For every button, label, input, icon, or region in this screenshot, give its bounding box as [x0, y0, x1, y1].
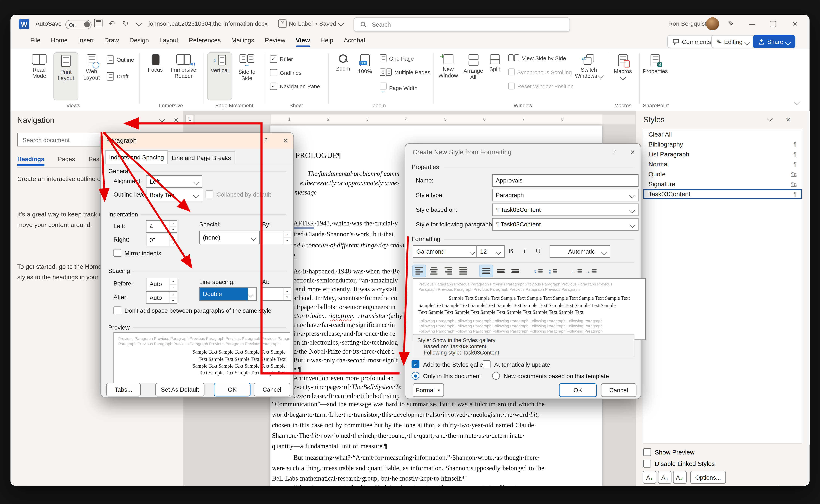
style-item-task03content[interactable]: Task03Content¶ [643, 189, 802, 199]
navigation-pane-chevron-icon[interactable] [159, 116, 165, 122]
special-dropdown[interactable]: (none) [199, 231, 260, 244]
tab-indents-and-spacing[interactable]: Indents and Spacing [105, 150, 168, 164]
document-line[interactable]: ired·Claude·Shannon's·work,·but·that [293, 231, 393, 239]
navigation-pane-close-icon[interactable]: ✕ [174, 117, 179, 124]
document-line[interactable]: But·measuring·what?·“A·unit·for·measurin… [293, 454, 540, 462]
font-color-dropdown[interactable]: Automatic [550, 245, 610, 258]
paragraph-ok-button[interactable]: OK [214, 383, 250, 396]
focus-button[interactable]: Focus [143, 52, 167, 73]
vertical-button[interactable]: ↕Vertical [207, 52, 232, 101]
style-item-quote[interactable]: Quote¶a [643, 169, 802, 179]
dialog-help-icon[interactable]: ? [612, 149, 616, 155]
web-layout-button[interactable]: Web Layout [80, 52, 104, 81]
tabs-button[interactable]: Tabs... [106, 383, 141, 396]
one-point-five-spacing-button[interactable] [494, 265, 507, 277]
draft-button[interactable]: Draft [107, 72, 128, 81]
navigation-pane-checkbox[interactable]: ✓Navigation Pane [270, 83, 320, 90]
spacing-before-spinner[interactable]: Auto▲▼ [146, 278, 177, 290]
split-button[interactable]: Split [485, 52, 504, 72]
indent-right-spinner[interactable]: 0"▲▼ [146, 234, 177, 246]
style-item-bibliography[interactable]: Bibliography¶ [643, 139, 802, 149]
style-based-on-dropdown[interactable]: ¶Task03Content [492, 204, 639, 216]
document-line[interactable]: Bell·Labs·mathematical·research·group,·b… [272, 475, 466, 483]
print-layout-button[interactable]: Print Layout [53, 52, 78, 101]
document-line[interactable]: Shannon.·The·bit·now·joined·the·inch,·th… [272, 432, 525, 440]
minimize-button[interactable]: — [745, 18, 759, 30]
close-button[interactable]: ✕ [788, 18, 802, 30]
tab-stop-selector[interactable]: L [185, 115, 194, 123]
style-cancel-button[interactable]: Cancel [601, 383, 637, 397]
align-center-button[interactable] [427, 265, 440, 277]
navigation-tab-headings[interactable]: Headings [17, 156, 44, 166]
menu-tab-layout[interactable]: Layout [154, 33, 183, 48]
gridlines-checkbox[interactable]: Gridlines [270, 69, 302, 76]
document-line[interactable]: world·began·to·turn.·Like·the·transistor… [272, 411, 541, 419]
menu-tab-references[interactable]: References [183, 33, 226, 48]
one-page-button[interactable]: One Page [380, 54, 414, 62]
save-status-chevron-icon[interactable] [338, 21, 344, 27]
new-window-button[interactable]: +New Window [436, 52, 460, 79]
document-line[interactable]: were·such·a·thing,·measurable·and·quanti… [272, 464, 547, 472]
document-line[interactable]: message [294, 189, 317, 197]
styles-pane-chevron-icon[interactable] [767, 116, 773, 122]
align-justify-button[interactable] [457, 265, 470, 277]
document-line[interactable]: either·exactly·or·approximately·a·mes [300, 179, 399, 187]
document-line[interactable]: cess·release.·It·carried·a·title·both·si… [293, 392, 399, 400]
sensitivity-label[interactable]: No Label [289, 20, 313, 27]
search-box[interactable] [354, 17, 570, 32]
dont-add-space-checkbox[interactable]: Don't add space between paragraphs of th… [113, 306, 271, 314]
menu-tab-review[interactable]: Review [259, 33, 291, 48]
style-ok-button[interactable]: OK [559, 383, 597, 397]
style-inspector-button[interactable]: A◌ [658, 471, 671, 484]
indent-left-spinner[interactable]: 4▲▼ [146, 220, 177, 233]
qat-chevron-icon[interactable] [136, 21, 142, 27]
increase-indent-button[interactable]: → [584, 265, 597, 277]
add-to-gallery-checkbox[interactable]: ✓Add to the Styles gallery [412, 360, 488, 368]
dialog-close-icon[interactable]: ✕ [283, 137, 288, 144]
italic-button[interactable]: I [518, 245, 531, 257]
tab-line-and-page-breaks[interactable]: Line and Page Breaks [167, 151, 235, 164]
set-as-default-button[interactable]: Set As Default [155, 383, 204, 396]
document-line[interactable]: in·a·press·release,·and·for·once·the·re [293, 330, 395, 338]
outline-button[interactable]: Outline [107, 56, 134, 64]
menu-tab-file[interactable]: File [25, 33, 46, 48]
style-item-normal[interactable]: Normal¶ [643, 159, 802, 169]
menu-tab-mailings[interactable]: Mailings [226, 33, 259, 48]
dialog-help-icon[interactable]: ? [264, 137, 267, 143]
document-line[interactable]: ctor·triode·…·iotatron·…·transistor·(a·h… [293, 312, 406, 320]
show-preview-checkbox[interactable]: Show Preview [643, 448, 695, 456]
zoom-button[interactable]: Zoom [333, 52, 354, 72]
only-in-this-document-radio[interactable]: Only in this document [412, 372, 481, 380]
document-line[interactable]: An·invention·even·more·profound·an [293, 374, 393, 382]
read-mode-button[interactable]: Read Mode [27, 52, 51, 79]
collapse-ribbon-chevron-icon[interactable] [794, 99, 800, 105]
menu-tab-help[interactable]: Help [315, 33, 339, 48]
font-size-dropdown[interactable]: 12 [476, 245, 505, 258]
mirror-indents-checkbox[interactable]: Mirror indents [113, 249, 161, 257]
page-width-button[interactable]: ↔Page Width [380, 83, 418, 93]
increase-paragraph-spacing-button[interactable]: ↕ [532, 265, 545, 277]
menu-tab-insert[interactable]: Insert [73, 33, 99, 48]
bold-button[interactable]: B [505, 245, 517, 257]
view-side-by-side-button[interactable]: View Side by Side [508, 54, 566, 61]
horizontal-ruler[interactable]: 12345678 [194, 114, 641, 125]
document-line[interactable]: eventy-nine·pages·of·The·Bell·System·Te [293, 383, 401, 391]
redo-icon[interactable]: ↻ [122, 19, 128, 28]
disable-linked-styles-checkbox[interactable]: Disable Linked Styles [643, 460, 715, 468]
style-type-dropdown[interactable]: Paragraph [492, 189, 639, 201]
single-spacing-button[interactable] [480, 265, 493, 277]
arrange-all-button[interactable]: Arrange All [461, 52, 485, 80]
document-line[interactable]: ·and·more·efficiently.·It·was·a·crystall [293, 285, 396, 293]
document-line[interactable]: a·hand.·In·May,·scientists·formed·a·co [293, 294, 397, 302]
multiple-pages-button[interactable]: Multiple Pages [380, 68, 430, 76]
share-button[interactable]: Share [753, 35, 795, 48]
style-item-list-paragraph[interactable]: List Paragraph¶ [643, 149, 802, 159]
zoom-100-button[interactable]: 100100% [354, 52, 375, 74]
paragraph-cancel-button[interactable]: Cancel [254, 383, 290, 396]
styles-pane-close-icon[interactable]: ✕ [785, 116, 791, 123]
menu-tab-acrobat[interactable]: Acrobat [339, 33, 371, 48]
underline-button[interactable]: U [532, 245, 544, 257]
document-line[interactable]: ectronic·semiconductor,·“an·amazingly [293, 277, 398, 285]
document-line[interactable]: ut·paper·ballots·to·senior·engineers·in [293, 303, 395, 311]
document-line[interactable]: chosen·in·this·case·not·by·committee·but… [272, 421, 536, 429]
